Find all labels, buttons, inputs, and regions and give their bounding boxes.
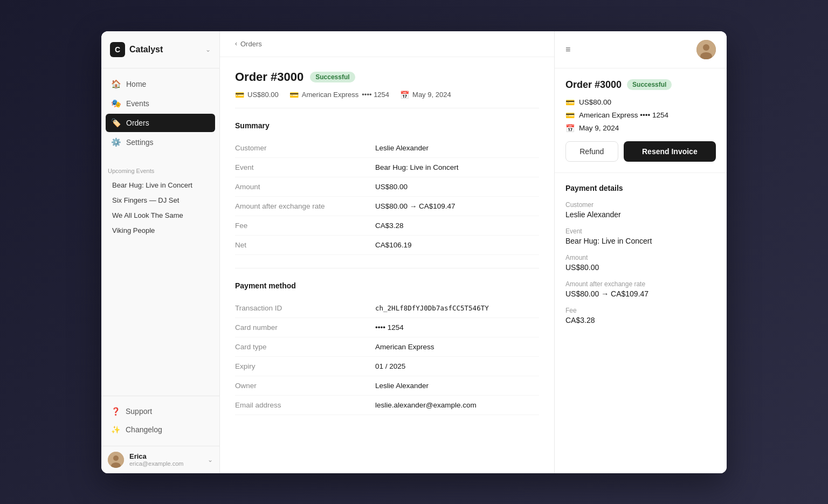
home-icon: 🏠 (111, 79, 121, 89)
label-exchange: Amount after exchange rate (235, 202, 375, 210)
panel-calendar-icon: 📅 (565, 124, 575, 133)
meta-amount: 💳 US$80.00 (235, 91, 279, 99)
panel-label-exchange: Amount after exchange rate (565, 280, 716, 288)
sidebar-item-events[interactable]: 🎭 Events (106, 94, 215, 113)
order-header: Order #3000 Successful 💳 US$80.00 💳 Amer… (220, 57, 554, 108)
value-expiry: 01 / 2025 (375, 362, 405, 370)
changelog-icon: ✨ (111, 425, 120, 434)
upcoming-events-label: Upcoming Events (101, 159, 219, 177)
summary-row-customer: Customer Leslie Alexander (235, 139, 539, 158)
sidebar-item-settings[interactable]: ⚙️ Settings (106, 133, 215, 151)
label-txid: Transaction ID (235, 304, 375, 312)
label-owner: Owner (235, 382, 375, 390)
panel-card: American Express •••• 1254 (579, 111, 668, 119)
value-customer: Leslie Alexander (375, 144, 429, 152)
panel-order-section: Order #3000 Successful 💳 US$80.00 💳 Amer… (555, 68, 727, 173)
label-expiry: Expiry (235, 362, 375, 370)
upcoming-events-list: Bear Hug: Live in Concert Six Fingers — … (101, 177, 219, 238)
payment-row-email: Email address leslie.alexander@example.c… (235, 396, 539, 415)
panel-details-title: Payment details (565, 184, 716, 192)
panel-label-event: Event (565, 227, 716, 235)
resend-invoice-button[interactable]: Resend Invoice (624, 141, 716, 162)
value-exchange: US$80.00 → CA$109.47 (375, 202, 456, 210)
label-card-number: Card number (235, 323, 375, 332)
payment-row-expiry: Expiry 01 / 2025 (235, 357, 539, 376)
summary-row-fee: Fee CA$3.28 (235, 216, 539, 236)
user-info: Erica erica@example.com (129, 452, 202, 467)
label-net: Net (235, 241, 375, 249)
value-txid: ch_2HLf8DfYJ0Db7asfCC5T546TY (375, 304, 489, 312)
brand-icon: C (110, 42, 125, 57)
panel-value-amount: US$80.00 (565, 263, 716, 272)
meta-card-dots: •••• 1254 (362, 91, 389, 99)
card-icon: 💳 (289, 91, 299, 99)
payment-row-card-number: Card number •••• 1254 (235, 318, 539, 337)
refund-button[interactable]: Refund (565, 141, 618, 162)
panel-value-customer: Leslie Alexander (565, 210, 716, 219)
panel-detail-amount: Amount US$80.00 (565, 254, 716, 272)
payment-section: Payment method Transaction ID ch_2HLf8Df… (220, 268, 554, 428)
sidebar-item-home[interactable]: 🏠 Home (106, 75, 215, 93)
panel-label-customer: Customer (565, 201, 716, 209)
payment-row-owner: Owner Leslie Alexander (235, 376, 539, 396)
label-customer: Customer (235, 144, 375, 152)
panel-meta-amount: 💳 US$80.00 (565, 98, 716, 107)
brand-chevron-icon: ⌄ (205, 46, 211, 53)
panel-value-exchange: US$80.00 → CA$109.47 (565, 289, 716, 298)
panel-header: ≡ (555, 31, 727, 68)
label-email: Email address (235, 401, 375, 409)
svg-point-4 (703, 44, 709, 51)
sidebar-item-settings-label: Settings (126, 138, 154, 147)
order-title: Order #3000 (235, 70, 303, 84)
panel-avatar (696, 40, 716, 59)
event-viking[interactable]: Viking People (106, 223, 215, 238)
sidebar-item-events-label: Events (126, 99, 149, 108)
user-profile[interactable]: Erica erica@example.com ⌄ (101, 446, 219, 473)
user-email: erica@example.com (129, 460, 202, 467)
sidebar-item-changelog[interactable]: ✨ Changelog (106, 421, 215, 438)
summary-title: Summary (235, 121, 539, 130)
status-badge: Successful (310, 72, 355, 82)
sidebar-item-orders[interactable]: 🏷️ Orders (106, 114, 215, 132)
sidebar-bottom: ❓ Support ✨ Changelog (101, 396, 219, 446)
panel-detail-customer: Customer Leslie Alexander (565, 201, 716, 219)
meta-card: 💳 American Express •••• 1254 (289, 91, 389, 99)
event-bear-hug[interactable]: Bear Hug: Live in Concert (106, 178, 215, 192)
sidebar: C Catalyst ⌄ 🏠 Home 🎭 Events 🏷️ Orders ⚙… (101, 31, 220, 473)
breadcrumb: ‹ Orders (220, 31, 554, 57)
user-name: Erica (129, 452, 202, 460)
calendar-icon: 📅 (400, 91, 409, 99)
panel-value-fee: CA$3.28 (565, 316, 716, 325)
summary-row-exchange: Amount after exchange rate US$80.00 → CA… (235, 197, 539, 216)
avatar (108, 452, 124, 468)
brand-name: Catalyst (129, 45, 163, 54)
meta-amount-value: US$80.00 (247, 91, 279, 99)
label-card-type: Card type (235, 343, 375, 351)
event-we-all[interactable]: We All Look The Same (106, 208, 215, 223)
support-icon: ❓ (111, 407, 120, 416)
panel-label-amount: Amount (565, 254, 716, 261)
orders-icon: 🏷️ (111, 118, 121, 128)
right-panel: ≡ Order #3000 Successful 💳 US$80.00 (554, 31, 727, 473)
summary-row-net: Net CA$106.19 (235, 236, 539, 255)
changelog-label: Changelog (126, 425, 162, 434)
sidebar-item-home-label: Home (126, 80, 146, 88)
panel-actions: Refund Resend Invoice (565, 141, 716, 162)
breadcrumb-orders-link[interactable]: Orders (240, 40, 262, 48)
panel-order-title: Order #3000 (565, 79, 622, 91)
event-six-fingers[interactable]: Six Fingers — DJ Set (106, 193, 215, 208)
value-email: leslie.alexander@example.com (375, 401, 477, 409)
panel-menu-icon[interactable]: ≡ (565, 45, 570, 54)
value-event: Bear Hug: Live in Concert (375, 163, 459, 171)
panel-detail-fee: Fee CA$3.28 (565, 307, 716, 325)
brand[interactable]: C Catalyst (110, 42, 163, 57)
sidebar-item-support[interactable]: ❓ Support (106, 403, 215, 420)
summary-section: Summary Customer Leslie Alexander Event … (220, 108, 554, 268)
back-arrow-icon[interactable]: ‹ (235, 40, 237, 47)
sidebar-item-orders-label: Orders (126, 119, 149, 127)
value-card-number: •••• 1254 (375, 323, 404, 332)
panel-date: May 9, 2024 (579, 124, 619, 132)
money-icon: 💳 (235, 91, 244, 99)
value-owner: Leslie Alexander (375, 382, 429, 390)
panel-details-section: Payment details Customer Leslie Alexande… (555, 173, 727, 344)
